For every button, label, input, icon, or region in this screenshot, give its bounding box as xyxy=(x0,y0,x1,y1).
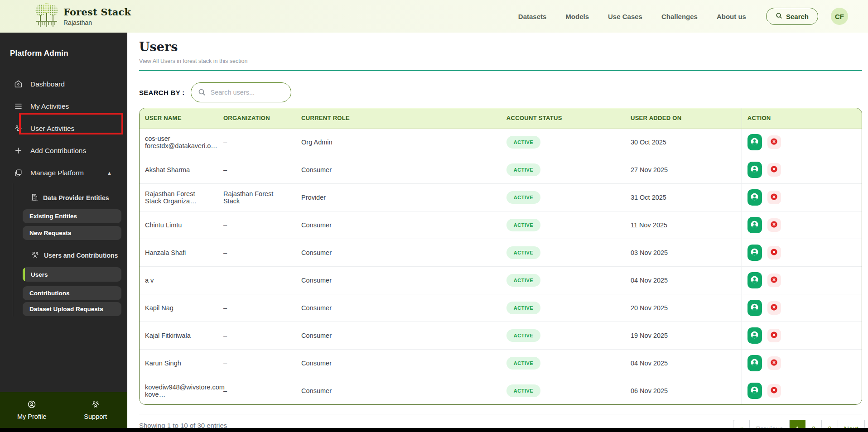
cell-user-added-on: 31 Oct 2025 xyxy=(625,183,742,211)
manage-user-button[interactable] xyxy=(747,217,762,233)
status-badge: ACTIVE xyxy=(506,163,540,176)
manage-user-button[interactable] xyxy=(747,134,762,150)
cell-user-added-on: 04 Nov 2025 xyxy=(625,349,742,377)
brand-logo[interactable]: Forest Stack Rajasthan xyxy=(35,3,131,30)
sidebar-item-user-activities[interactable]: User Activities xyxy=(0,117,127,139)
user-avatar[interactable]: CF xyxy=(831,8,848,25)
manage-user-button[interactable] xyxy=(747,272,762,288)
manage-user-button[interactable] xyxy=(747,300,762,316)
cell-user-added-on: 06 Nov 2025 xyxy=(625,377,742,404)
cell-organization: Rajasthan Forest Stack xyxy=(218,183,296,211)
sidebar-item-label: Add Contributions xyxy=(30,147,86,155)
submenu-header-data-provider-entities[interactable]: Data Provider Entities xyxy=(31,193,109,202)
col-current-role: CURRENT ROLE xyxy=(296,108,501,128)
manage-user-button[interactable] xyxy=(747,245,762,261)
submenu-header-users-and-contributions[interactable]: Users and Contributions xyxy=(31,250,118,260)
submenu-item-users[interactable]: Users xyxy=(23,267,121,282)
submenu-item-dataset-upload-requests[interactable]: Dataset Upload Requests xyxy=(23,302,121,316)
submenu-item-existing-entities[interactable]: Existing Entities xyxy=(23,209,121,223)
cell-current-role: Consumer xyxy=(296,211,501,239)
nav-link-datasets[interactable]: Datasets xyxy=(518,13,547,20)
cell-current-role: Consumer xyxy=(296,156,501,183)
deactivate-user-button[interactable] xyxy=(767,135,781,149)
sidebar-footer-support[interactable]: Support xyxy=(64,392,128,428)
table-row: Karun Singh–ConsumerACTIVE04 Nov 2025 xyxy=(140,349,862,377)
cell-action xyxy=(742,239,862,266)
cell-account-status: ACTIVE xyxy=(501,211,625,239)
app-header: Forest Stack Rajasthan DatasetsModelsUse… xyxy=(0,0,868,33)
search-users-input[interactable] xyxy=(191,82,291,102)
col-organization: ORGANIZATION xyxy=(218,108,296,128)
manage-user-button[interactable] xyxy=(747,383,762,399)
search-icon xyxy=(198,88,206,98)
deactivate-user-button[interactable] xyxy=(767,274,781,287)
cell-action xyxy=(742,211,862,239)
title-divider xyxy=(139,70,862,71)
deactivate-user-button[interactable] xyxy=(767,246,781,259)
cell-organization: – xyxy=(218,239,296,266)
header-search-button[interactable]: Search xyxy=(766,8,818,25)
deactivate-user-button[interactable] xyxy=(767,356,781,370)
person-badge-icon xyxy=(750,220,759,230)
sidebar: Platform Admin DashboardMy ActivitiesUse… xyxy=(0,33,127,432)
table-row: Chintu Limtu–ConsumerACTIVE11 Nov 2025 xyxy=(140,211,862,239)
cell-user-name: Chintu Limtu xyxy=(140,211,218,239)
col-action: ACTION xyxy=(742,108,862,128)
box-icon xyxy=(14,168,23,178)
list-icon xyxy=(14,102,23,111)
nav-link-use-cases[interactable]: Use Cases xyxy=(608,13,642,20)
search-row: SEARCH BY : xyxy=(139,82,862,102)
sidebar-item-my-activities[interactable]: My Activities xyxy=(0,95,127,117)
submenu-item-new-requests[interactable]: New Requests xyxy=(23,226,121,240)
cell-current-role: Provider xyxy=(296,183,501,211)
manage-user-button[interactable] xyxy=(747,327,762,344)
status-badge: ACTIVE xyxy=(506,274,540,287)
deactivate-user-button[interactable] xyxy=(767,218,781,232)
manage-user-button[interactable] xyxy=(747,189,762,206)
nav-link-challenges[interactable]: Challenges xyxy=(661,13,698,20)
chevron-up-icon: ▲ xyxy=(107,170,112,176)
bottom-black-bar xyxy=(0,428,868,432)
cell-account-status: ACTIVE xyxy=(501,128,625,156)
manage-user-button[interactable] xyxy=(747,355,762,371)
cell-action xyxy=(742,156,862,183)
sidebar-menu: DashboardMy ActivitiesUser ActivitiesAdd… xyxy=(0,73,127,184)
cell-user-added-on: 30 Oct 2025 xyxy=(625,128,742,156)
cell-account-status: ACTIVE xyxy=(501,266,625,294)
sidebar-footer-my-profile[interactable]: My Profile xyxy=(0,392,64,428)
submenu-item-label: Contributions xyxy=(29,290,69,297)
nav-link-models[interactable]: Models xyxy=(565,13,589,20)
submenu-item-contributions[interactable]: Contributions xyxy=(23,286,121,300)
cell-account-status: ACTIVE xyxy=(501,183,625,211)
deactivate-user-button[interactable] xyxy=(767,301,781,315)
x-circle-icon xyxy=(770,331,778,341)
sidebar-item-dashboard[interactable]: Dashboard xyxy=(0,73,127,95)
nav-link-about-us[interactable]: About us xyxy=(717,13,746,20)
table-row: Rajasthan Forest Stack Organiza…Rajastha… xyxy=(140,183,862,211)
cell-account-status: ACTIVE xyxy=(501,156,625,183)
person-badge-icon xyxy=(750,385,759,396)
cell-account-status: ACTIVE xyxy=(501,377,625,404)
deactivate-user-button[interactable] xyxy=(767,384,781,398)
home-icon xyxy=(14,80,23,89)
plus-icon xyxy=(14,146,23,155)
x-circle-icon xyxy=(770,358,778,368)
cell-action xyxy=(742,322,862,349)
sidebar-item-add-contributions[interactable]: Add Contributions xyxy=(0,139,127,162)
cell-user-added-on: 03 Nov 2025 xyxy=(625,239,742,266)
cell-current-role: Consumer xyxy=(296,294,501,322)
sidebar-item-manage-platform[interactable]: Manage Platform▲ xyxy=(0,162,127,184)
submenu-guide-line xyxy=(13,183,13,317)
cell-current-role: Consumer xyxy=(296,349,501,377)
deactivate-user-button[interactable] xyxy=(767,329,781,342)
deactivate-user-button[interactable] xyxy=(767,191,781,204)
deactivate-user-button[interactable] xyxy=(767,163,781,177)
manage-user-button[interactable] xyxy=(747,162,762,178)
users-icon xyxy=(14,124,23,133)
sidebar-item-label: Manage Platform xyxy=(30,169,84,177)
col-user-added-on: USER ADDED ON xyxy=(625,108,742,128)
col-account-status: ACCOUNT STATUS xyxy=(501,108,625,128)
cell-account-status: ACTIVE xyxy=(501,239,625,266)
status-badge: ACTIVE xyxy=(506,357,540,370)
table-row: a v–ConsumerACTIVE04 Nov 2025 xyxy=(140,266,862,294)
